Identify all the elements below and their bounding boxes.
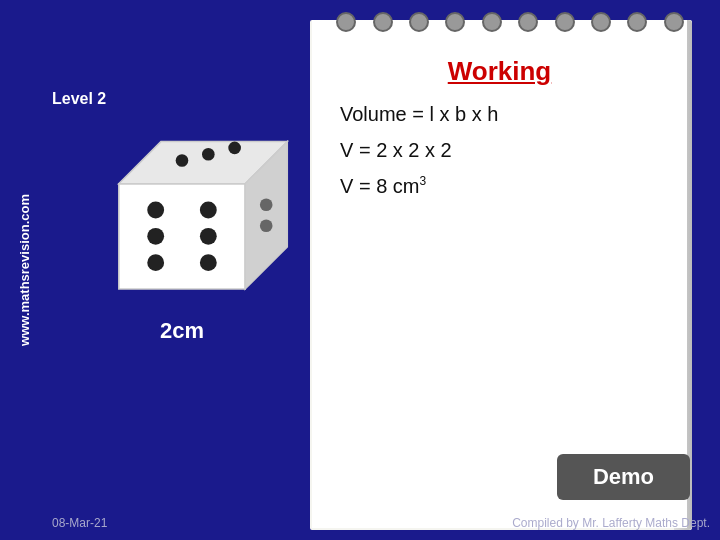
svg-point-10 — [202, 148, 215, 161]
volume-calculation-line: V = 2 x 2 x 2 — [340, 135, 659, 165]
svg-point-6 — [200, 202, 217, 219]
svg-point-7 — [200, 228, 217, 245]
spiral-6 — [518, 12, 538, 32]
svg-marker-0 — [119, 184, 245, 289]
volume-result-sup: 3 — [419, 174, 426, 188]
svg-point-8 — [200, 254, 217, 271]
dice-area: 2cm — [52, 110, 312, 344]
svg-point-11 — [228, 142, 241, 155]
spiral-2 — [373, 12, 393, 32]
spiral-10 — [664, 12, 684, 32]
dice-image — [72, 110, 292, 310]
spiral-9 — [627, 12, 647, 32]
footer: 08-Mar-21 Compiled by Mr. Lafferty Maths… — [52, 516, 710, 530]
notebook-title: Working — [340, 56, 659, 87]
dice-dimension-label: 2cm — [160, 318, 204, 344]
svg-point-9 — [176, 154, 189, 167]
sidebar: www.mathsrevision.com — [0, 0, 48, 540]
dice-svg — [72, 110, 292, 310]
volume-result-text: V = 8 cm — [340, 175, 419, 197]
svg-point-4 — [147, 228, 164, 245]
notebook-page: Working Volume = l x b x h V = 2 x 2 x 2… — [312, 20, 687, 528]
demo-button[interactable]: Demo — [557, 454, 690, 500]
footer-credit: Compiled by Mr. Lafferty Maths Dept. — [512, 516, 710, 530]
spiral-binding — [310, 12, 710, 36]
spiral-8 — [591, 12, 611, 32]
svg-point-3 — [147, 202, 164, 219]
spiral-7 — [555, 12, 575, 32]
volume-formula-line: Volume = l x b x h — [340, 99, 659, 129]
spiral-3 — [409, 12, 429, 32]
svg-point-12 — [260, 198, 273, 211]
spiral-1 — [336, 12, 356, 32]
footer-date: 08-Mar-21 — [52, 516, 107, 530]
website-label: www.mathsrevision.com — [17, 194, 32, 346]
svg-point-13 — [260, 219, 273, 232]
level-label: Level 2 — [52, 90, 106, 108]
spiral-4 — [445, 12, 465, 32]
spiral-5 — [482, 12, 502, 32]
svg-point-5 — [147, 254, 164, 271]
volume-result-line: V = 8 cm3 — [340, 171, 659, 201]
